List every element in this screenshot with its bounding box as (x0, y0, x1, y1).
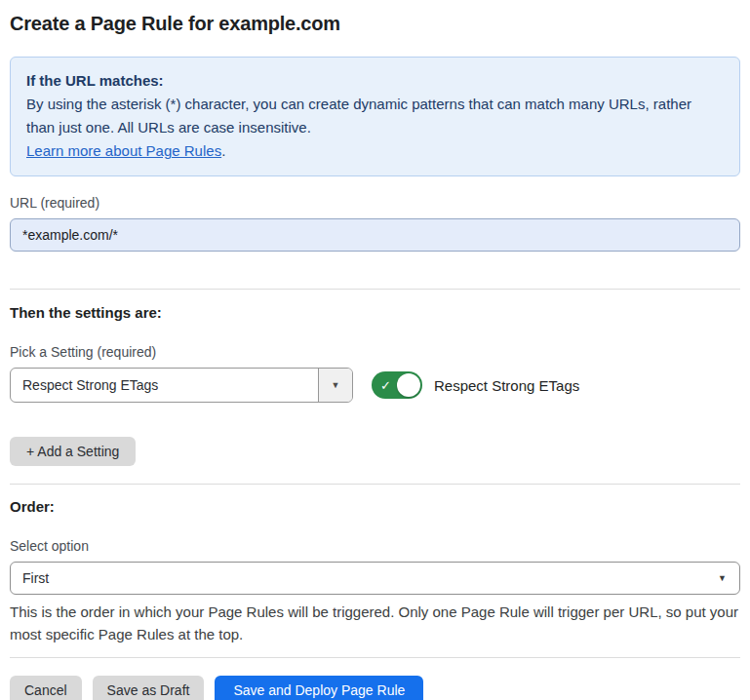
toggle-knob (397, 373, 420, 397)
setting-row: Respect Strong ETags ▼ ✓ Respect Strong … (10, 368, 740, 403)
order-select[interactable]: First ▼ (10, 562, 740, 595)
create-page-rule-panel: Create a Page Rule for example.com If th… (0, 0, 750, 700)
url-field-label: URL (required) (10, 195, 740, 211)
section-divider (10, 289, 740, 290)
info-box-heading: If the URL matches: (26, 69, 724, 93)
url-input[interactable] (10, 218, 740, 252)
setting-select-value: Respect Strong ETags (11, 369, 318, 402)
info-link-line: Learn more about Page Rules. (26, 139, 724, 163)
save-draft-button[interactable]: Save as Draft (93, 676, 205, 700)
chevron-down-icon: ▼ (718, 573, 727, 583)
check-icon: ✓ (380, 378, 391, 393)
setting-select[interactable]: Respect Strong ETags ▼ (10, 368, 353, 403)
url-match-info-box: If the URL matches: By using the asteris… (10, 57, 740, 176)
chevron-down-icon: ▼ (332, 380, 340, 390)
order-help-text: This is the order in which your Page Rul… (10, 601, 740, 645)
settings-section-heading: Then the settings are: (10, 304, 740, 321)
link-suffix: . (221, 142, 225, 159)
setting-toggle[interactable]: ✓ (372, 371, 422, 399)
learn-more-link[interactable]: Learn more about Page Rules (26, 142, 221, 159)
footer-button-row: Cancel Save as Draft Save and Deploy Pag… (10, 676, 740, 700)
save-deploy-button[interactable]: Save and Deploy Page Rule (215, 676, 423, 700)
section-divider (10, 484, 740, 485)
order-select-value: First (11, 563, 739, 594)
page-title: Create a Page Rule for example.com (10, 13, 740, 35)
setting-toggle-label: Respect Strong ETags (434, 377, 579, 394)
cancel-button[interactable]: Cancel (10, 676, 82, 700)
order-section-heading: Order: (10, 498, 740, 515)
add-setting-button[interactable]: + Add a Setting (10, 437, 136, 466)
info-box-body: By using the asterisk (*) character, you… (26, 93, 724, 139)
setting-select-arrow-button[interactable]: ▼ (318, 369, 352, 402)
order-select-label: Select option (10, 538, 740, 554)
footer-divider (10, 657, 740, 658)
pick-setting-label: Pick a Setting (required) (10, 344, 740, 360)
